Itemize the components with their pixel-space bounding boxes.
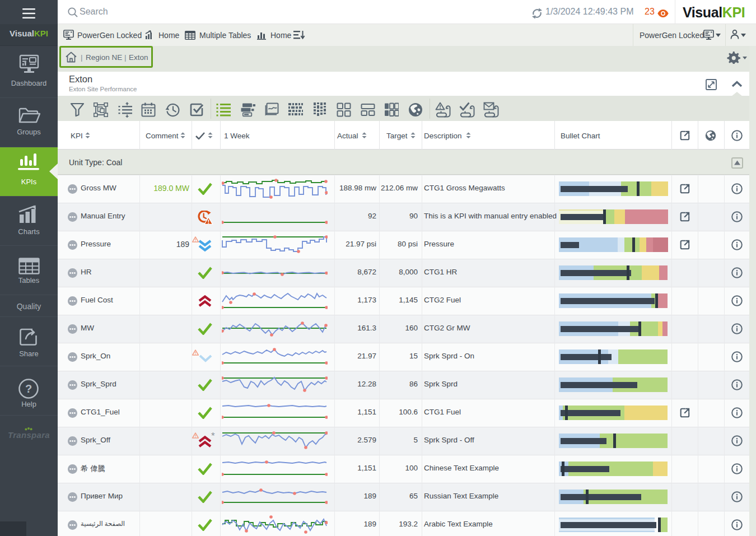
svg-text:?: ? — [25, 383, 32, 395]
